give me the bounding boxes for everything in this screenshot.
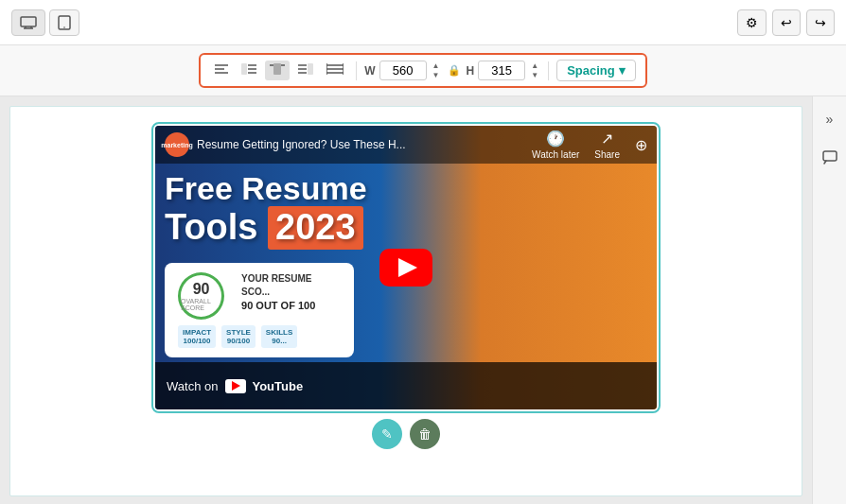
spacing-label: Spacing	[567, 63, 615, 78]
skills-metric: SKILLS 90...	[261, 325, 297, 348]
right-panel: »	[812, 96, 846, 504]
svg-rect-16	[308, 63, 313, 75]
align-center-left-btn[interactable]	[237, 61, 261, 80]
style-label: STYLE	[226, 328, 251, 337]
play-button[interactable]	[379, 249, 432, 287]
channel-label: marketing	[161, 142, 192, 148]
align-center-btn[interactable]	[265, 61, 290, 80]
collapse-panel-btn[interactable]: »	[817, 106, 843, 132]
chevron-double-right-icon: »	[826, 112, 834, 127]
height-control: H ▲ ▼	[467, 61, 541, 80]
edit-icon: ✎	[381, 426, 393, 442]
svg-rect-13	[273, 63, 281, 75]
skills-label: SKILLS	[266, 328, 292, 337]
align-full-btn[interactable]	[322, 61, 348, 80]
edit-video-btn[interactable]: ✎	[372, 419, 402, 449]
channel-icon: marketing	[165, 132, 189, 157]
spacing-arrow-icon: ▾	[619, 63, 626, 78]
yt-bottom-bar: Watch on YouTube	[155, 362, 657, 409]
height-label: H	[467, 64, 475, 78]
align-left-btn[interactable]	[210, 61, 233, 80]
width-control: W ▲ ▼	[364, 61, 441, 80]
video-thumbnail: marketing Resume Getting Ignored? Use Th…	[155, 126, 657, 409]
share-label: Share	[594, 149, 620, 160]
height-up[interactable]: ▲	[529, 61, 540, 71]
watch-on-text: Watch on	[167, 379, 218, 393]
top-bar-actions: ⚙ ↩ ↪	[737, 9, 835, 36]
height-input[interactable]	[478, 61, 525, 80]
title-line1: Free Resume	[165, 171, 367, 206]
toolbar-divider-1	[356, 61, 357, 80]
main-area: marketing Resume Getting Ignored? Use Th…	[0, 96, 846, 504]
score-subtitle: 90 OUT OF 100	[241, 299, 341, 313]
tablet-device-btn[interactable]	[49, 9, 79, 36]
video-action-bar: ✎ 🗑	[372, 419, 440, 449]
svg-rect-0	[21, 17, 36, 26]
score-header: 90 OVARALL SCORE YOUR RESUME SCO... 90 O…	[178, 272, 341, 320]
style-value: 90/100	[226, 337, 251, 345]
youtube-play-icon	[225, 379, 246, 393]
score-label: OVARALL SCORE	[181, 298, 221, 311]
device-switcher	[11, 9, 79, 36]
hubspot-logo: ⊕	[635, 136, 647, 154]
comment-icon	[822, 150, 837, 165]
svg-rect-25	[823, 151, 837, 161]
delete-video-btn[interactable]: 🗑	[410, 419, 440, 449]
impact-label: IMPACT	[183, 328, 211, 337]
video-embed[interactable]: marketing Resume Getting Ignored? Use Th…	[155, 126, 657, 409]
top-bar: ⚙ ↩ ↪	[0, 0, 846, 45]
toolbar-container: W ▲ ▼ 🔒 H ▲ ▼ Spacing ▾	[0, 45, 846, 96]
impact-value: 100/100	[183, 337, 211, 345]
canvas-area: marketing Resume Getting Ignored? Use Th…	[9, 106, 802, 496]
score-title: YOUR RESUME SCO...	[241, 272, 341, 299]
lock-icon: 🔒	[446, 64, 463, 77]
title-line2: Tools 2023	[165, 206, 367, 250]
clock-icon: 🕐	[546, 130, 565, 148]
delete-icon: 🗑	[418, 426, 432, 442]
height-down[interactable]: ▼	[529, 71, 540, 80]
score-metrics: IMPACT 100/100 STYLE 90/100 SKILLS 90...	[178, 325, 341, 348]
share-icon: ↗	[601, 130, 613, 148]
skills-value: 90...	[266, 337, 292, 345]
width-input[interactable]	[379, 61, 427, 80]
svg-rect-9	[241, 63, 247, 75]
toolbar-divider-2	[548, 61, 549, 80]
width-spinner[interactable]: ▲ ▼	[431, 61, 442, 80]
yt-actions: 🕐 Watch later ↗ Share ⊕	[532, 130, 647, 160]
style-metric: STYLE 90/100	[221, 325, 256, 348]
play-triangle-icon	[398, 258, 417, 277]
video-main-title: Free Resume Tools 2023	[165, 171, 367, 250]
hubspot-icon: ⊕	[635, 136, 647, 154]
spacing-btn[interactable]: Spacing ▾	[556, 60, 636, 81]
undo-btn[interactable]: ↩	[772, 9, 801, 36]
desktop-device-btn[interactable]	[11, 9, 45, 36]
score-circle: 90 OVARALL SCORE	[178, 272, 224, 320]
yt-top-bar: marketing Resume Getting Ignored? Use Th…	[155, 126, 657, 164]
svg-point-5	[63, 26, 65, 28]
width-label: W	[364, 64, 375, 78]
comments-panel-btn[interactable]	[817, 144, 843, 170]
score-value: 90	[193, 281, 210, 298]
redo-btn[interactable]: ↪	[806, 9, 835, 36]
align-right-btn[interactable]	[293, 61, 318, 80]
year-badge: 2023	[268, 206, 363, 250]
element-toolbar: W ▲ ▼ 🔒 H ▲ ▼ Spacing ▾	[199, 53, 646, 88]
youtube-triangle-icon	[232, 381, 240, 391]
score-info: YOUR RESUME SCO... 90 OUT OF 100	[241, 272, 341, 313]
score-card: 90 OVARALL SCORE YOUR RESUME SCO... 90 O…	[165, 263, 354, 357]
video-title-text: Resume Getting Ignored? Use These H...	[197, 138, 524, 151]
share-action[interactable]: ↗ Share	[594, 130, 620, 160]
impact-metric: IMPACT 100/100	[178, 325, 216, 348]
youtube-logo: YouTube	[225, 379, 303, 393]
watch-later-action[interactable]: 🕐 Watch later	[532, 130, 579, 160]
width-up[interactable]: ▲	[431, 61, 442, 71]
youtube-label: YouTube	[252, 379, 303, 393]
settings-btn[interactable]: ⚙	[737, 9, 767, 36]
width-down[interactable]: ▼	[431, 71, 442, 80]
height-spinner[interactable]: ▲ ▼	[529, 61, 540, 80]
watch-later-label: Watch later	[532, 149, 579, 160]
